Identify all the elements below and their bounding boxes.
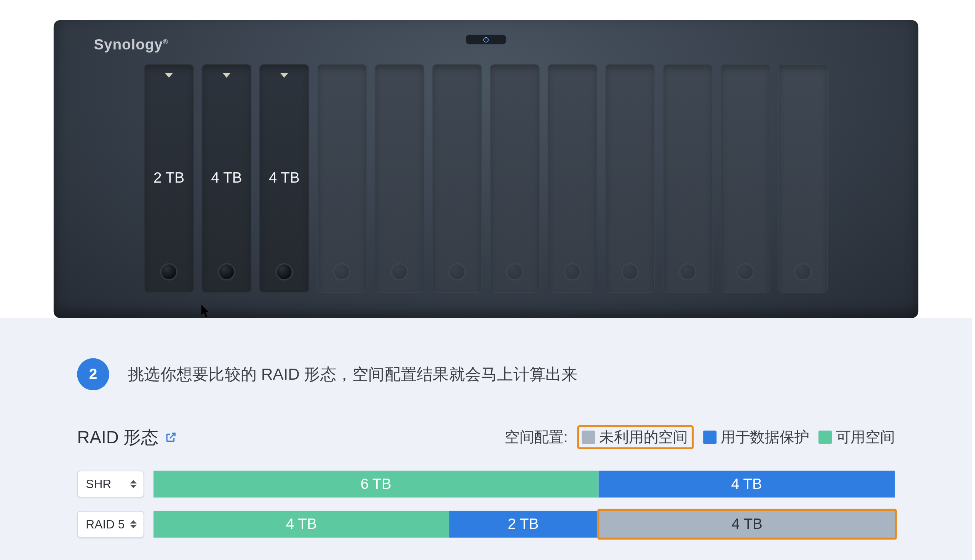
step-description: 挑选你想要比较的 RAID 形态，空间配置结果就会马上计算出来 [128, 364, 577, 385]
drive-bay-3[interactable]: 4 TB [259, 64, 309, 293]
swatch-protect-icon [703, 431, 716, 444]
chevron-updown-icon [130, 520, 137, 528]
results-panel: 2 挑选你想要比较的 RAID 形态，空间配置结果就会马上计算出来 RAID 形… [0, 318, 972, 560]
power-button[interactable] [466, 35, 506, 45]
chevron-updown-icon [130, 480, 137, 488]
drive-bay-6[interactable] [432, 64, 482, 293]
legend: 空间配置: 未利用的空间 用于数据保护 可用空间 [505, 425, 895, 449]
segment-avail: 4 TB [154, 511, 450, 538]
brand-logo: Synology® [94, 36, 168, 53]
bay-lock-icon [796, 264, 811, 279]
raid-type-value: RAID 5 [86, 517, 125, 532]
drive-bay-12[interactable] [778, 64, 828, 293]
legend-protect: 用于数据保护 [703, 427, 809, 447]
segment-protect: 4 TB [598, 471, 895, 497]
raid-type-select[interactable]: RAID 5 [77, 511, 144, 538]
raid-row: RAID 54 TB2 TB4 TB [77, 511, 895, 538]
swatch-avail-icon [818, 431, 832, 444]
legend-avail: 可用空间 [818, 427, 895, 447]
bay-lock-icon [334, 264, 349, 279]
bay-lock-icon [738, 264, 753, 279]
step-row: 2 挑选你想要比较的 RAID 形态，空间配置结果就会马上计算出来 [77, 358, 895, 390]
bay-lock-icon [162, 264, 176, 279]
power-icon [482, 35, 490, 43]
bay-led-icon [222, 73, 231, 78]
bay-lock-icon [680, 264, 695, 279]
raid-row: SHR6 TB4 TB [77, 471, 895, 497]
raid-type-value: SHR [86, 477, 111, 491]
segment-unused: 4 TB [597, 509, 897, 540]
drive-bay-1[interactable]: 2 TB [144, 64, 194, 293]
bay-lock-icon [219, 264, 234, 279]
drive-bay-5[interactable] [375, 64, 424, 293]
nas-chassis: Synology® 2 TB4 TB4 TB [54, 20, 918, 318]
raid-section-title: RAID 形态 [77, 425, 177, 449]
bay-lock-icon [277, 264, 292, 279]
step-number-badge: 2 [77, 358, 109, 390]
allocation-bar: 6 TB4 TB [154, 471, 895, 497]
segment-avail: 6 TB [154, 471, 598, 497]
drive-bay-11[interactable] [721, 64, 770, 293]
bay-led-icon [280, 73, 288, 78]
bay-lock-icon [450, 264, 465, 279]
bay-lock-icon [507, 264, 522, 279]
drive-bay-2[interactable]: 4 TB [202, 64, 251, 293]
drive-bay-7[interactable] [490, 64, 540, 293]
bay-capacity: 4 TB [259, 169, 309, 187]
drive-bay-8[interactable] [548, 64, 597, 293]
bay-lock-icon [392, 264, 407, 279]
drive-bay-9[interactable] [605, 64, 655, 293]
raid-type-select[interactable]: SHR [77, 471, 144, 497]
drive-bay-10[interactable] [663, 64, 712, 293]
legend-label: 空间配置: [505, 427, 568, 447]
bay-led-icon [165, 73, 173, 78]
legend-unused: 未利用的空间 [577, 425, 694, 449]
swatch-unused-icon [582, 431, 595, 444]
bay-lock-icon [565, 264, 580, 279]
bay-capacity: 2 TB [144, 169, 194, 187]
drive-bay-4[interactable] [317, 64, 366, 293]
external-link-icon[interactable] [165, 427, 177, 448]
drive-bays: 2 TB4 TB4 TB [144, 64, 828, 293]
bay-capacity: 4 TB [202, 169, 251, 187]
allocation-bar: 4 TB2 TB4 TB [154, 511, 895, 538]
bay-lock-icon [623, 264, 637, 279]
segment-protect: 2 TB [450, 511, 597, 538]
